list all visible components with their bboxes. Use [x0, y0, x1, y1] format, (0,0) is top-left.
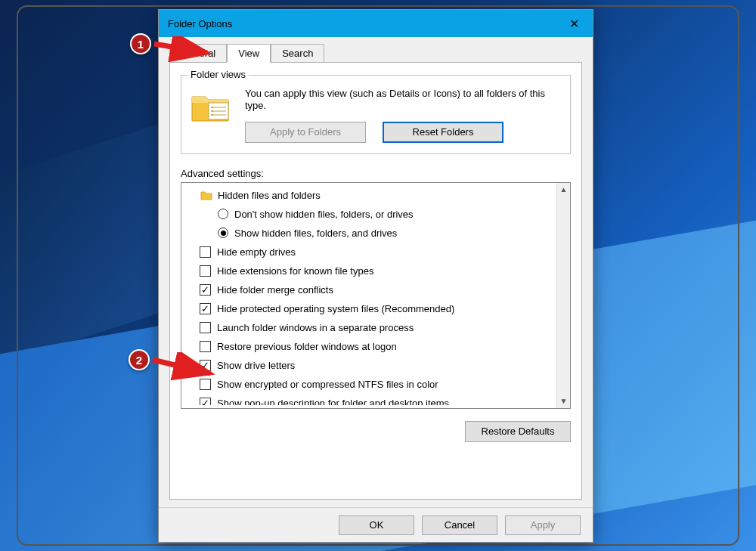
svg-line-8 [153, 360, 210, 373]
window-title: Folder Options [168, 18, 555, 29]
list-item[interactable]: ✓Show drive letters [187, 356, 570, 375]
list-item[interactable]: Hide empty drives [187, 243, 570, 262]
advanced-settings-list[interactable]: Hidden files and foldersDon't show hidde… [181, 182, 571, 409]
scroll-up-icon[interactable]: ▲ [557, 183, 570, 197]
close-icon: ✕ [569, 17, 579, 31]
list-item[interactable]: Hidden files and folders [187, 186, 570, 205]
cancel-button[interactable]: Cancel [422, 515, 497, 535]
apply-button[interactable]: Apply [505, 515, 581, 535]
list-item[interactable]: Hide extensions for known file types [187, 262, 570, 280]
list-item[interactable]: Launch folder windows in a separate proc… [187, 318, 570, 337]
checkbox-icon[interactable] [200, 265, 211, 277]
svg-point-5 [212, 110, 213, 112]
radio-icon[interactable] [218, 209, 228, 219]
checkbox-icon[interactable]: ✓ [200, 284, 211, 296]
list-item[interactable]: ✓Hide protected operating system files (… [187, 299, 570, 318]
list-item-label: Restore previous folder windows at logon [217, 341, 397, 352]
list-item[interactable]: Don't show hidden files, folders, or dri… [187, 205, 570, 224]
annotation-badge-2: 2 [129, 349, 150, 370]
checkbox-icon[interactable]: ✓ [200, 398, 211, 405]
advanced-settings-label: Advanced settings: [181, 168, 571, 179]
list-item-label: Hide empty drives [217, 246, 296, 258]
scroll-down-icon[interactable]: ▼ [557, 395, 570, 408]
svg-point-6 [212, 114, 213, 116]
folder-views-text: You can apply this view (such as Details… [245, 88, 561, 113]
folder-views-legend: Folder views [187, 69, 249, 80]
list-item[interactable]: Show hidden files, folders, and drives [187, 224, 570, 243]
folder-icon [200, 188, 213, 202]
list-item-label: Launch folder windows in a separate proc… [217, 322, 414, 333]
svg-point-4 [212, 107, 213, 108]
annotation-badge-1: 1 [130, 33, 151, 54]
tab-content-view: Folder views You can apply this view (su… [169, 62, 582, 500]
list-item[interactable]: Show encrypted or compressed NTFS files … [187, 375, 570, 394]
list-item-label: Show hidden files, folders, and drives [234, 228, 397, 239]
apply-to-folders-button[interactable]: Apply to Folders [245, 122, 366, 143]
reset-folders-button[interactable]: Reset Folders [383, 122, 503, 143]
list-item-label: Hide extensions for known file types [217, 265, 373, 277]
list-item-label: Hidden files and folders [218, 190, 321, 201]
list-item[interactable]: ✓Show pop-up description for folder and … [187, 394, 570, 405]
folder-options-dialog: Folder Options ✕ General View Search Fol… [158, 9, 593, 543]
restore-defaults-button[interactable]: Restore Defaults [465, 421, 571, 442]
list-item[interactable]: ✓Hide folder merge conflicts [187, 280, 570, 299]
list-item-label: Show encrypted or compressed NTFS files … [217, 379, 438, 390]
list-item-label: Show drive letters [217, 360, 295, 371]
annotation-arrow-1 [151, 36, 219, 62]
ok-button[interactable]: OK [339, 515, 414, 535]
list-item-label: Hide folder merge conflicts [217, 284, 333, 296]
titlebar[interactable]: Folder Options ✕ [159, 10, 593, 37]
annotation-arrow-2 [150, 352, 222, 381]
tab-search[interactable]: Search [271, 44, 324, 63]
folder-views-group: Folder views You can apply this view (su… [181, 75, 571, 154]
checkbox-icon[interactable]: ✓ [200, 303, 211, 314]
list-item-label: Hide protected operating system files (R… [217, 303, 454, 314]
folder-icon [191, 88, 233, 124]
svg-line-7 [154, 44, 207, 53]
dialog-button-bar: OK Cancel Apply [159, 507, 593, 542]
checkbox-icon[interactable] [200, 246, 211, 258]
checkbox-icon[interactable] [200, 322, 211, 333]
list-item-label: Show pop-up description for folder and d… [217, 398, 449, 405]
list-item-label: Don't show hidden files, folders, or dri… [234, 209, 414, 220]
checkbox-icon[interactable] [200, 341, 211, 352]
tab-bar: General View Search [159, 37, 593, 62]
list-item[interactable]: Restore previous folder windows at logon [187, 337, 570, 356]
radio-icon[interactable] [218, 228, 228, 238]
close-button[interactable]: ✕ [555, 10, 593, 37]
tab-view[interactable]: View [227, 44, 271, 63]
scrollbar[interactable]: ▲ ▼ [556, 183, 570, 408]
